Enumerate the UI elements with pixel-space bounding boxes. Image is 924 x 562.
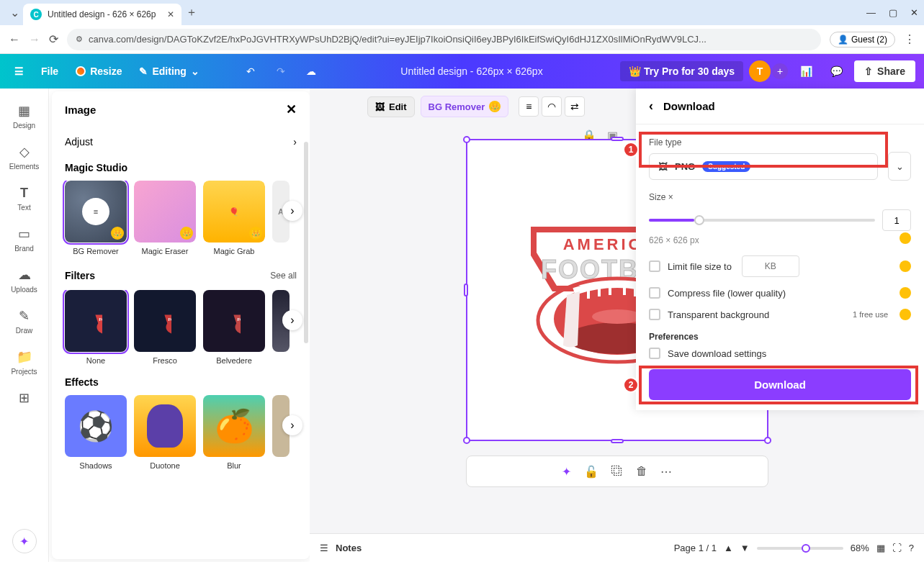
close-tab-icon[interactable]: ✕ [167, 9, 174, 19]
new-tab-button[interactable]: ＋ [186, 5, 197, 20]
save-settings-row[interactable]: Save download settings [649, 348, 911, 359]
limit-file-size-row[interactable]: Limit file size to [649, 255, 911, 277]
fullscreen-icon[interactable]: ⛶ [892, 543, 902, 553]
browser-tab[interactable]: C Untitled design - 626 × 626p ✕ [23, 4, 181, 25]
download-button[interactable]: Download [649, 369, 911, 400]
unlock-icon[interactable]: 🔓 [584, 465, 598, 479]
grid-view-icon[interactable]: ▦ [876, 543, 885, 553]
carousel-next-icon[interactable]: › [282, 415, 302, 435]
file-type-dropdown-icon[interactable]: ⌄ [888, 152, 911, 181]
rail-brand[interactable]: ▭Brand [0, 220, 48, 258]
forward-icon[interactable]: → [29, 33, 40, 46]
resize-handle[interactable] [611, 439, 624, 443]
flip-icon[interactable]: ⇄ [565, 96, 585, 117]
checkbox[interactable] [649, 309, 660, 320]
resize-handle[interactable] [611, 137, 624, 141]
magic-grab[interactable]: 🎈👑Magic Grab [203, 181, 265, 255]
rail-draw[interactable]: ✎Draw [0, 302, 48, 340]
resize-handle[interactable] [464, 284, 468, 296]
rail-uploads[interactable]: ☁Uploads [0, 261, 48, 299]
file-menu[interactable]: File [35, 61, 64, 81]
size-input[interactable] [882, 209, 911, 231]
magic-icon[interactable]: ✦ [562, 465, 571, 479]
prev-page-icon[interactable]: ▲ [724, 543, 733, 553]
resize-button[interactable]: Resize [70, 61, 127, 81]
comment-icon[interactable]: 💬 [824, 59, 848, 83]
duplicate-icon[interactable]: ⿻ [611, 465, 623, 478]
checkbox[interactable] [649, 260, 660, 272]
tab-title: Untitled design - 626 × 626p [48, 9, 156, 19]
zoom-slider[interactable] [757, 547, 843, 550]
url-field[interactable]: ⚙ canva.com/design/DAGToKZvf2E/hxPoJGVHT… [67, 29, 821, 50]
page-indicator[interactable]: Page 1 / 1 [674, 543, 717, 553]
share-button[interactable]: ⇧Share [854, 60, 915, 82]
checkbox[interactable] [649, 287, 660, 299]
close-window-icon[interactable]: ✕ [910, 7, 918, 18]
zoom-thumb[interactable] [802, 544, 810, 553]
add-member-icon[interactable]: + [772, 63, 788, 79]
size-slider[interactable] [649, 219, 875, 222]
edit-image-button[interactable]: 🖼Edit [367, 96, 415, 117]
user-avatar[interactable]: T [749, 60, 771, 82]
effect-duotone[interactable]: Duotone [134, 395, 196, 470]
maximize-icon[interactable]: ▢ [889, 7, 897, 18]
rail-elements[interactable]: ◇Elements [0, 138, 48, 176]
rail-apps[interactable]: ⊞ [0, 384, 48, 412]
resize-icon [76, 66, 86, 76]
rail-text[interactable]: TText [0, 179, 48, 217]
adjust-row[interactable]: Adjust › [52, 127, 310, 156]
rail-design[interactable]: ▦Design [0, 97, 48, 135]
hamburger-icon[interactable]: ☰ [9, 61, 30, 81]
carousel-next-icon[interactable]: › [282, 310, 302, 330]
magic-assist-button[interactable]: ✦ [12, 529, 37, 553]
try-pro-button[interactable]: 👑 Try Pro for 30 days [620, 61, 743, 81]
kb-input[interactable] [742, 255, 799, 277]
close-panel-icon[interactable]: ✕ [286, 101, 297, 117]
next-page-icon[interactable]: ▼ [740, 543, 750, 553]
align-icon[interactable]: ≡ [519, 96, 539, 117]
checkbox[interactable] [649, 348, 660, 359]
compress-row[interactable]: Compress file (lower quality) [649, 287, 911, 299]
filter-belvedere[interactable]: FOOTBALLBelvedere [203, 290, 265, 365]
resize-handle[interactable] [764, 437, 771, 444]
design-title[interactable]: Untitled design - 626px × 626px [400, 65, 542, 77]
back-icon[interactable]: ‹ [649, 99, 653, 114]
border-radius-icon[interactable]: ◠ [542, 96, 562, 117]
magic-bg-remover[interactable]: ≡👑BG Remover [65, 181, 127, 255]
back-icon[interactable]: ← [9, 33, 20, 46]
rail-projects[interactable]: 📁Projects [0, 343, 48, 381]
tabs-dropdown-icon[interactable]: ⌄ [6, 6, 23, 19]
profile-label: Guest (2) [851, 35, 887, 45]
notes-icon[interactable]: ☰ [320, 543, 328, 553]
more-icon[interactable]: ⋯ [660, 465, 672, 479]
minimize-icon[interactable]: — [866, 7, 876, 18]
reload-icon[interactable]: ⟳ [49, 32, 58, 46]
effect-shadows[interactable]: ⚽Shadows [65, 395, 127, 470]
resize-handle[interactable] [463, 437, 470, 444]
help-icon[interactable]: ? [909, 543, 914, 553]
redo-icon[interactable]: ↷ [269, 59, 293, 83]
transparent-row[interactable]: Transparent background 1 free use [649, 309, 911, 320]
zoom-value[interactable]: 68% [851, 543, 869, 553]
crown-icon: 👑 [489, 101, 501, 112]
editing-mode[interactable]: ✎Editing⌄ [133, 61, 205, 81]
carousel-next-icon[interactable]: › [282, 201, 302, 221]
upload-icon: ⇧ [864, 65, 873, 77]
filter-none[interactable]: AMERICANFOOTBALLNone [65, 290, 127, 365]
cloud-sync-icon[interactable]: ☁ [299, 59, 323, 83]
resize-handle[interactable] [463, 136, 470, 143]
filters-see-all[interactable]: See all [270, 271, 297, 281]
profile-chip[interactable]: 👤 Guest (2) [830, 32, 895, 47]
magic-eraser[interactable]: 👑Magic Eraser [134, 181, 196, 255]
slider-thumb[interactable] [694, 215, 704, 225]
filter-fresco[interactable]: FOOTBALLFresco [134, 290, 196, 365]
effect-blur[interactable]: 🍊Blur [203, 395, 265, 470]
bg-remover-button[interactable]: BG Remover👑 [421, 96, 509, 117]
kebab-menu-icon[interactable]: ⋮ [904, 32, 915, 46]
site-settings-icon[interactable]: ⚙ [76, 35, 83, 44]
undo-icon[interactable]: ↶ [238, 59, 263, 83]
file-type-select[interactable]: 🖼 PNG Suggested [649, 153, 878, 180]
trash-icon[interactable]: 🗑 [636, 465, 647, 478]
analytics-icon[interactable]: 📊 [794, 59, 818, 83]
notes-button[interactable]: Notes [336, 543, 362, 553]
